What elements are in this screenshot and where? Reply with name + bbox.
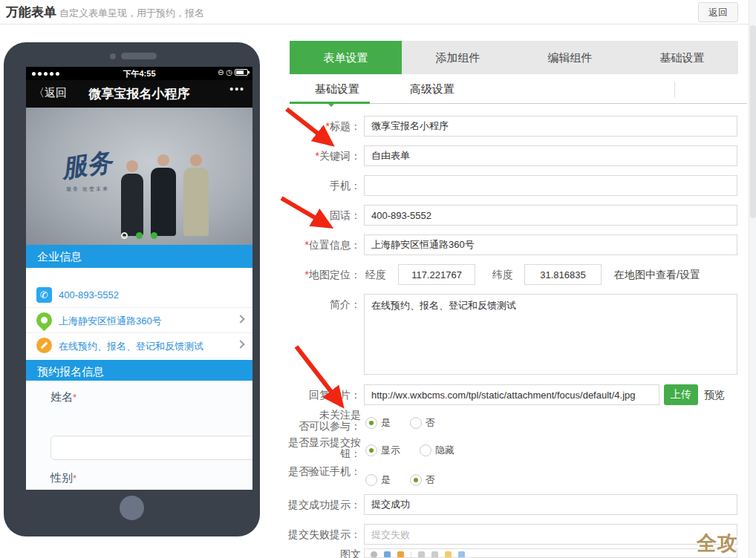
row-map: *地图定位： 经度 纬度 在地图中查看/设置 [275, 264, 750, 285]
carousel-dot[interactable] [136, 232, 143, 239]
carousel-dot[interactable] [151, 232, 157, 239]
company-section-header: 企业信息 [26, 245, 252, 268]
list-item-intro[interactable]: 在线预约、报名、登记和反馈测试 [26, 333, 252, 358]
gender-field-label: 性别* [50, 471, 76, 485]
battery-icon [235, 69, 248, 76]
editor-color-icon[interactable] [384, 551, 391, 558]
page-subtitle: 自定义表单呈现，用于预约，报名 [59, 7, 204, 20]
banner-carousel[interactable]: 服务 服务 改变未来 [26, 108, 252, 245]
editor-source-icon[interactable] [371, 551, 377, 558]
unfollow-radio-group: 是 否 [365, 416, 435, 430]
row-fail-tip: 提交失败提示： [275, 524, 750, 545]
radio-dot-icon [365, 474, 377, 486]
keyword-input[interactable] [364, 145, 737, 166]
list-item-text: 400-893-5552 [59, 289, 119, 301]
upload-button[interactable]: 上传 [664, 384, 698, 405]
page-header: 万能表单 自定义表单呈现，用于预约，报名 返回 [0, 0, 756, 24]
phone-screen: 下午4:55 ⊖ ◷ 〈返回 微享宝报名小程序 ••• 服务 服务 改变未来 [26, 67, 252, 490]
intro-textarea[interactable]: 在线预约、报名、登记和反馈测试 [364, 294, 737, 375]
sub-tabs: 基础设置 高级设置 [290, 74, 749, 105]
editor-link-icon[interactable] [458, 551, 465, 558]
title-label: *标题： [275, 116, 361, 137]
editor-image-icon[interactable] [445, 551, 452, 558]
reply-image-label: 回复图片： [275, 384, 361, 405]
phone-mockup: 下午4:55 ⊖ ◷ 〈返回 微享宝报名小程序 ••• 服务 服务 改变未来 [4, 42, 260, 536]
radio-no[interactable]: 否 [410, 473, 435, 487]
subtab-basic[interactable]: 基础设置 [290, 74, 385, 104]
clock-icon: ◷ [226, 68, 232, 76]
reply-image-url-input[interactable] [364, 384, 659, 405]
success-tip-input[interactable] [364, 494, 737, 515]
editor-italic-icon[interactable] [431, 551, 438, 558]
radio-no[interactable]: 否 [410, 416, 435, 430]
phone-status-bar: 下午4:55 ⊖ ◷ [26, 67, 252, 80]
row-intro: 简介： 在线预约、报名、登记和反馈测试 [275, 294, 750, 375]
richtext-editor-toolbar[interactable] [364, 548, 737, 558]
phone-home-button [120, 496, 144, 520]
verify-phone-radio-group: 是 否 [365, 473, 435, 487]
main-tabs: 表单设置 添加组件 编辑组件 基础设置 [290, 41, 738, 74]
view-on-map-link[interactable]: 在地图中查看/设置 [614, 264, 700, 285]
banner-person [151, 154, 176, 236]
latitude-input[interactable] [524, 264, 602, 285]
mobile-input[interactable] [364, 175, 737, 196]
editor-highlight-icon[interactable] [397, 551, 404, 558]
page-title: 万能表单 [6, 4, 56, 21]
carousel-dots[interactable] [26, 232, 252, 239]
row-unfollow-participate: 未关注是否可以参与： 是 否 [275, 410, 750, 435]
row-title: *标题： [275, 116, 750, 137]
success-tip-label: 提交成功提示： [275, 494, 361, 515]
more-menu-icon[interactable]: ••• [229, 83, 245, 95]
longitude-input[interactable] [398, 264, 475, 285]
tab-add-component[interactable]: 添加组件 [402, 41, 514, 74]
editor-bold-icon[interactable] [418, 551, 425, 558]
name-field-label: 姓名* [50, 390, 76, 404]
subtab-advanced[interactable]: 高级设置 [385, 74, 480, 104]
title-input[interactable] [364, 116, 737, 137]
fail-tip-input[interactable] [364, 524, 737, 545]
phone-camera-dot [110, 53, 116, 59]
radio-dot-icon [365, 417, 377, 429]
radio-yes[interactable]: 是 [365, 416, 391, 430]
phone-icon: ✆ [36, 287, 52, 303]
pencil-icon [36, 338, 52, 353]
location-label: *位置信息： [275, 234, 361, 255]
radio-show[interactable]: 显示 [365, 444, 400, 457]
row-location: *位置信息： [275, 234, 750, 255]
tab-basic-settings[interactable]: 基础设置 [626, 41, 738, 74]
radio-dot-icon [410, 474, 422, 486]
richtext-label: 图文 [275, 549, 361, 558]
name-input[interactable] [50, 436, 252, 460]
location-input[interactable] [364, 234, 737, 255]
back-button[interactable]: 返回 [698, 2, 738, 22]
mobile-label: 手机： [275, 175, 361, 196]
phone-nav-title: 微享宝报名小程序 [26, 85, 252, 102]
company-info-list: ✆ 400-893-5552 上海静安区恒通路360号 在线预约、报名、登记和反… [26, 268, 252, 360]
list-item-phone[interactable]: ✆ 400-893-5552 [26, 283, 252, 308]
show-submit-label: 是否显示提交按钮： [275, 437, 361, 459]
list-item-text: 上海静安区恒通路360号 [59, 315, 162, 328]
chevron-right-icon [236, 315, 244, 323]
tab-edit-component[interactable]: 编辑组件 [514, 41, 626, 74]
carousel-dot[interactable] [121, 232, 128, 239]
radio-yes[interactable]: 是 [365, 473, 391, 487]
list-item-text: 在线预约、报名、登记和反馈测试 [59, 340, 203, 353]
scrollbar-thumb[interactable] [750, 25, 756, 218]
list-item-address[interactable]: 上海静安区恒通路360号 [26, 308, 252, 333]
latitude-label: 纬度 [492, 264, 513, 285]
tel-input[interactable] [364, 205, 737, 226]
tab-form-settings[interactable]: 表单设置 [290, 41, 402, 74]
preview-link[interactable]: 预览 [704, 384, 725, 405]
banner-person [183, 154, 209, 236]
orientation-lock-icon: ⊖ [218, 68, 224, 76]
verify-phone-label: 是否验证手机： [275, 465, 361, 478]
scrollbar[interactable] [749, 0, 756, 558]
location-pin-icon [33, 309, 56, 332]
radio-hide[interactable]: 隐藏 [420, 444, 454, 457]
row-success-tip: 提交成功提示： [275, 494, 750, 515]
row-keyword: *关键词： [275, 145, 750, 166]
phone-speaker [121, 53, 157, 59]
tel-label: 固话： [275, 205, 361, 226]
keyword-label: *关键词： [275, 145, 361, 166]
banner-caption: 服务 改变未来 [66, 186, 109, 193]
